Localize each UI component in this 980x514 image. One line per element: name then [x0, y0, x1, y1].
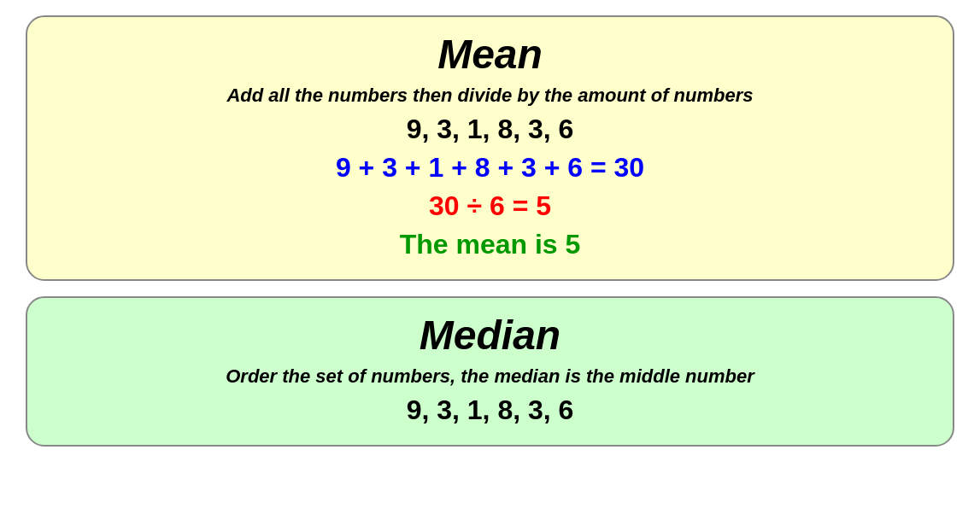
mean-title: Mean: [437, 32, 543, 78]
mean-subtitle: Add all the numbers then divide by the a…: [226, 85, 753, 107]
mean-equation-divide: 30 ÷ 6 = 5: [429, 190, 551, 222]
mean-numbers-set: 9, 3, 1, 8, 3, 6: [407, 114, 574, 145]
mean-card: Mean Add all the numbers then divide by …: [26, 15, 954, 281]
median-card: Median Order the set of numbers, the med…: [26, 296, 954, 447]
mean-result: The mean is 5: [400, 229, 581, 260]
median-subtitle: Order the set of numbers, the median is …: [226, 365, 754, 388]
median-title: Median: [420, 313, 560, 359]
median-numbers-set: 9, 3, 1, 8, 3, 6: [407, 394, 574, 426]
mean-equation-sum: 9 + 3 + 1 + 8 + 3 + 6 = 30: [336, 152, 644, 184]
